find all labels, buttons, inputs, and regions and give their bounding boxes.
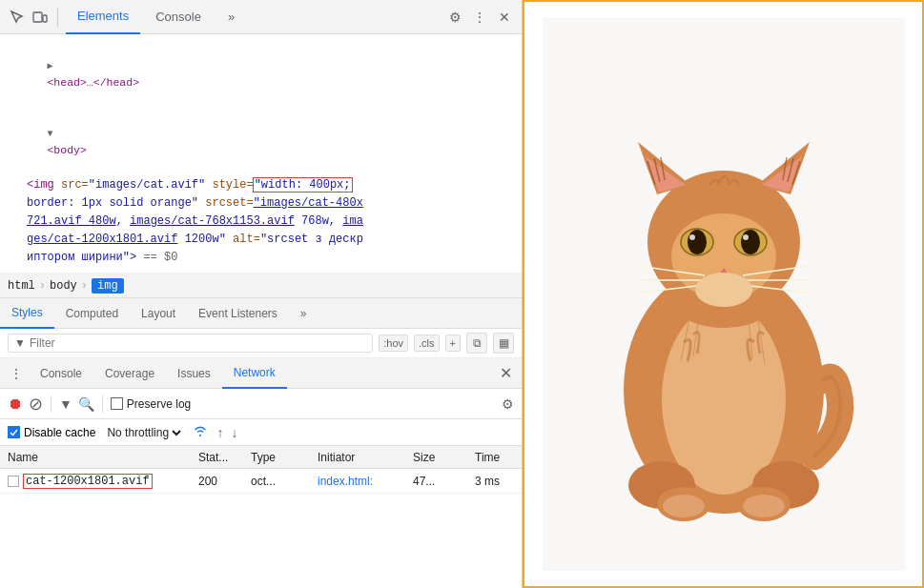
breadcrumb-html[interactable]: html [8, 279, 35, 293]
menu-icon[interactable]: ⋮ [470, 8, 489, 27]
search-button[interactable]: 🔍 [78, 396, 94, 412]
filter-funnel-icon: ▼ [14, 336, 26, 350]
dots-menu[interactable]: ⋮ [4, 366, 29, 381]
network-table-header: Name Stat... Type Initiator Size Time [0, 446, 522, 469]
expand-arrow-body[interactable]: ▼ [47, 129, 52, 139]
head-tag: <head> [47, 76, 86, 89]
download-icon: ↓ [231, 425, 237, 440]
file-name: cat-1200x1801.avif [23, 474, 153, 489]
disable-cache-checkbox[interactable] [8, 426, 20, 438]
device-icon[interactable] [31, 8, 50, 27]
tab-coverage[interactable]: Coverage [93, 358, 166, 389]
status-cell: 200 [191, 475, 243, 488]
file-name-cell[interactable]: cat-1200x1801.avif [0, 474, 191, 489]
expand-arrow[interactable]: ▶ [47, 61, 52, 71]
record-button[interactable]: ⏺ [8, 395, 23, 413]
more-styles-tabs[interactable]: » [289, 298, 318, 329]
filter-button[interactable]: ▼ [59, 396, 72, 412]
network-settings-button[interactable]: ⚙ [502, 396, 514, 412]
svg-point-12 [663, 495, 705, 517]
more-tabs-button[interactable]: » [216, 0, 246, 34]
copy-style-button[interactable]: ⧉ [466, 333, 487, 354]
toolbar-sep-1 [51, 395, 51, 413]
toolbar-sep-2 [102, 395, 103, 413]
breadcrumb-img[interactable]: img [92, 278, 124, 294]
svg-point-14 [743, 495, 785, 517]
preserve-log-checkbox[interactable] [111, 397, 123, 410]
tab-layout[interactable]: Layout [130, 298, 187, 329]
add-style-button[interactable]: + [445, 335, 461, 352]
html-source: ▶ <head>…</head> ▼ <body> <img src="imag… [0, 34, 522, 274]
cat-image-container [524, 2, 922, 586]
tab-event-listeners[interactable]: Event Listeners [187, 298, 289, 329]
preserve-log-label[interactable]: Preserve log [111, 397, 191, 411]
head-line[interactable]: ▶ <head>…</head> [8, 40, 514, 108]
tab-computed[interactable]: Computed [54, 298, 130, 329]
tab-network[interactable]: Network [222, 358, 287, 389]
devtools-toolbar: Elements Console » ⚙ ⋮ ✕ [0, 0, 522, 34]
svg-point-43 [695, 273, 752, 307]
breadcrumb-body[interactable]: body [50, 279, 77, 293]
breadcrumb: html › body › img [0, 274, 522, 298]
tab-bottom-console[interactable]: Console [29, 358, 93, 389]
cat-illustration [543, 18, 905, 571]
time-cell: 3 ms [467, 475, 522, 488]
col-type: Type [243, 451, 310, 464]
toolbar-separator [57, 8, 58, 27]
bottom-tabs-bar: ⋮ Console Coverage Issues Network ✕ [0, 358, 522, 389]
initiator-cell: index.html: [310, 475, 405, 488]
network-table-row[interactable]: cat-1200x1801.avif 200 oct... index.html… [0, 469, 522, 494]
tab-elements[interactable]: Elements [66, 0, 140, 34]
hov-button[interactable]: :hov [379, 335, 408, 352]
network-options-bar: Disable cache No throttling ↑ ↓ [0, 419, 522, 446]
tab-console[interactable]: Console [144, 0, 213, 34]
network-toolbar: ⏺ ⊘ ▼ 🔍 Preserve log ⚙ [0, 389, 522, 419]
filter-input-wrap: ▼ [8, 334, 373, 353]
size-cell: 47... [405, 475, 467, 488]
wifi-icon [192, 424, 209, 440]
clear-button[interactable]: ⊘ [29, 394, 43, 415]
layout-button[interactable]: ▦ [493, 333, 514, 354]
cls-button[interactable]: .cls [414, 335, 440, 352]
throttling-select[interactable]: No throttling [103, 425, 184, 440]
col-status: Stat... [191, 451, 243, 464]
type-cell: oct... [243, 475, 310, 488]
disable-cache-wrap[interactable]: Disable cache [8, 426, 95, 439]
file-icon [8, 476, 19, 487]
col-time: Time [467, 451, 522, 464]
image-panel [523, 0, 924, 588]
svg-point-31 [689, 234, 695, 240]
styles-tabs: Styles Computed Layout Event Listeners » [0, 298, 522, 329]
col-size: Size [405, 451, 467, 464]
preserve-log-text: Preserve log [127, 397, 191, 411]
svg-rect-1 [43, 15, 47, 22]
settings-icon[interactable]: ⚙ [445, 8, 464, 27]
network-table: Name Stat... Type Initiator Size Time ca… [0, 446, 522, 588]
body-line[interactable]: ▼ <body> [8, 108, 514, 175]
disable-cache-label: Disable cache [24, 426, 95, 439]
inspect-icon[interactable] [8, 8, 27, 27]
svg-point-29 [688, 230, 707, 254]
bottom-panel: ⋮ Console Coverage Issues Network ✕ ⏺ ⊘ … [0, 358, 522, 588]
filter-bar: ▼ :hov .cls + ⧉ ▦ [0, 329, 522, 358]
img-block: <img src="images/cat.avif" style="width:… [8, 176, 514, 268]
devtools-panel: Elements Console » ⚙ ⋮ ✕ ▶ <head>…</head… [0, 0, 523, 588]
svg-rect-0 [33, 12, 42, 22]
toolbar-right: ⚙ ⋮ ✕ [445, 8, 514, 27]
filter-input[interactable] [30, 336, 366, 350]
body-tag: <body> [47, 144, 86, 156]
close-icon[interactable]: ✕ [495, 8, 514, 27]
svg-point-35 [743, 234, 749, 240]
style-attr-value: "width: 400px; [254, 178, 352, 192]
bottom-panel-close[interactable]: ✕ [494, 364, 518, 382]
svg-point-33 [741, 230, 760, 254]
upload-icon: ↑ [216, 425, 223, 440]
col-name: Name [0, 451, 191, 464]
tab-issues[interactable]: Issues [166, 358, 222, 389]
tab-styles[interactable]: Styles [0, 298, 54, 329]
col-initiator: Initiator [310, 451, 405, 464]
